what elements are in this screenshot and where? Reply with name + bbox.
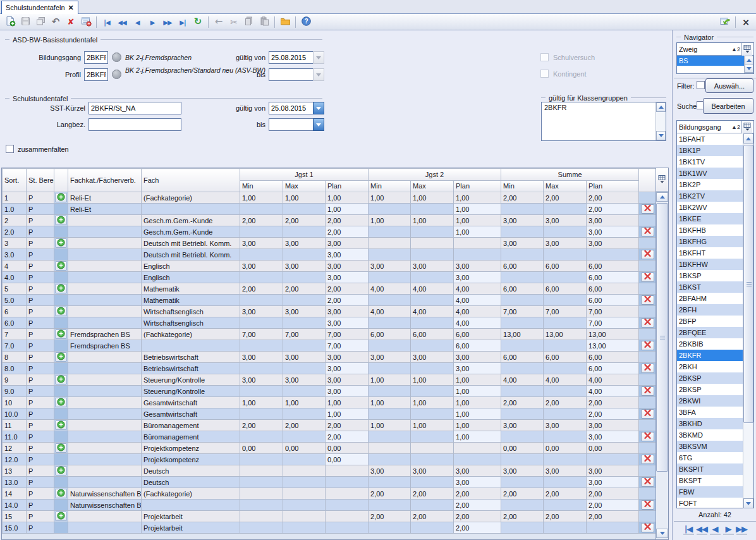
scroll-down-button[interactable]	[656, 131, 666, 140]
tab-close-icon[interactable]: ✕	[68, 4, 74, 12]
add-row-button[interactable]	[55, 420, 67, 430]
cell-value[interactable]	[369, 431, 411, 443]
delete-row-button[interactable]	[641, 295, 654, 305]
cell-value[interactable]: 2,00	[326, 431, 369, 443]
bildungsgang-item[interactable]: 1BK2P	[677, 179, 743, 190]
cell-fach[interactable]: Steuerung/Kontrolle	[142, 386, 240, 397]
cell-value[interactable]: 2,00	[240, 420, 283, 431]
cell-st-bereich[interactable]: P	[27, 488, 54, 500]
cell-value[interactable]: 3,00	[326, 272, 369, 283]
cell-value[interactable]: 1,00	[369, 192, 411, 204]
cell-value[interactable]: 3,00	[587, 420, 639, 431]
nav-next-button[interactable]: ▶	[145, 15, 159, 29]
cell-value[interactable]	[411, 340, 454, 352]
cell-value[interactable]	[544, 386, 587, 397]
bildungsgang-item[interactable]: 1BKEE	[677, 213, 743, 224]
klassengruppe-item[interactable]: 2BKFR	[542, 102, 655, 113]
cell-value[interactable]: 2,00	[411, 488, 454, 500]
cell-sort[interactable]: 13.0	[3, 477, 27, 488]
cell-fach[interactable]: Deutsch mit Betriebl. Komm.	[142, 249, 240, 261]
cell-value[interactable]: 6,00	[587, 283, 639, 295]
cell-value[interactable]: 1,00	[369, 374, 411, 386]
cell-value[interactable]: 1,00	[240, 397, 283, 408]
cell-value[interactable]: 3,00	[326, 238, 369, 249]
cell-value[interactable]	[283, 454, 326, 465]
cell-value[interactable]: 6,00	[587, 272, 639, 283]
cell-value[interactable]	[501, 204, 544, 215]
cell-value[interactable]	[326, 511, 369, 522]
cell-value[interactable]: 1,00	[326, 204, 369, 215]
cell-fach[interactable]: Projektkompetenz	[142, 454, 240, 465]
cell-value[interactable]: 3,00	[283, 306, 326, 317]
cell-value[interactable]	[283, 408, 326, 420]
bildungsgang-item[interactable]: 1BKFHW	[677, 259, 743, 270]
add-row-button[interactable]	[55, 284, 67, 293]
delete-row-button[interactable]	[641, 523, 654, 532]
cell-fach[interactable]: Gesch.m.Gem.-Kunde	[142, 215, 240, 226]
cell-sort[interactable]: 11	[3, 420, 27, 431]
bildungsgang-item[interactable]: 2BKBIB	[677, 338, 743, 350]
cell-value[interactable]	[411, 295, 454, 306]
bildungsgang-item[interactable]: 1BKFHG	[677, 236, 743, 247]
cell-value[interactable]: 3,00	[587, 238, 639, 249]
cell-st-bereich[interactable]: P	[27, 306, 54, 317]
cell-value[interactable]	[283, 488, 326, 500]
delete-row-button[interactable]	[641, 364, 654, 373]
bildungsgang-item[interactable]: BKSPT	[677, 475, 743, 486]
add-row-button[interactable]	[55, 512, 67, 521]
cell-value[interactable]: 2,00	[411, 511, 454, 522]
cell-value[interactable]: 2,00	[544, 511, 587, 522]
delete-row-button[interactable]	[641, 409, 654, 419]
cell-fach[interactable]: (Fachkategorie)	[142, 488, 240, 500]
cell-value[interactable]: 1,00	[283, 192, 326, 204]
cell-value[interactable]: 1,00	[454, 226, 501, 238]
scroll-down-button[interactable]	[656, 529, 668, 538]
form-config-button[interactable]	[79, 15, 93, 29]
delete-row-button[interactable]	[641, 500, 654, 510]
nav-first-button[interactable]: |◀	[100, 15, 114, 29]
cell-st-bereich[interactable]: P	[27, 363, 54, 374]
cell-fachkat[interactable]	[68, 511, 142, 522]
cell-value[interactable]: 4,00	[454, 306, 501, 317]
cell-value[interactable]	[544, 272, 587, 283]
cell-value[interactable]	[283, 204, 326, 215]
scroll-up-button[interactable]	[656, 102, 666, 112]
cell-sort[interactable]: 3.0	[3, 249, 27, 261]
cell-value[interactable]: 1,00	[283, 397, 326, 408]
cell-value[interactable]: 2,00	[587, 204, 639, 215]
cell-value[interactable]: 6,00	[544, 352, 587, 363]
cell-value[interactable]: 3,00	[283, 352, 326, 363]
zusammenfalten-checkbox[interactable]	[6, 145, 14, 153]
cell-value[interactable]: 1,00	[411, 420, 454, 431]
cell-value[interactable]	[283, 431, 326, 443]
delete-record-button[interactable]: ✘	[64, 15, 78, 29]
bildungsgang-item[interactable]: 3BKMD	[677, 429, 743, 441]
cell-fach[interactable]: Wirtschaftsenglisch	[142, 306, 240, 317]
cell-value[interactable]: 4,00	[454, 283, 501, 295]
scrollbar-thumb[interactable]	[656, 203, 668, 472]
detach-window-button[interactable]	[718, 15, 732, 29]
cell-value[interactable]	[501, 500, 544, 511]
info-icon[interactable]	[112, 52, 121, 62]
list-prev-button[interactable]: ◀	[710, 524, 721, 535]
cell-sort[interactable]: 12	[3, 443, 27, 454]
bildungsgang-item[interactable]: 1BFAHT	[677, 133, 743, 145]
scroll-down-button[interactable]	[745, 64, 753, 73]
cell-fachkat[interactable]	[68, 374, 142, 386]
cell-value[interactable]	[544, 249, 587, 261]
cell-value[interactable]	[369, 363, 411, 374]
cell-value[interactable]: 2,00	[283, 215, 326, 226]
list-fast-prev-button[interactable]: ◀◀	[697, 524, 707, 535]
delete-row-button[interactable]	[641, 386, 654, 396]
cell-value[interactable]	[454, 238, 501, 249]
cell-value[interactable]	[501, 272, 544, 283]
cell-value[interactable]: 3,00	[544, 420, 587, 431]
cell-value[interactable]: 6,00	[587, 363, 639, 374]
cell-value[interactable]	[544, 363, 587, 374]
cell-value[interactable]: 6,00	[587, 295, 639, 306]
cell-value[interactable]: 2,00	[454, 488, 501, 500]
cell-sort[interactable]: 2.0	[3, 226, 27, 238]
cell-st-bereich[interactable]: P	[27, 340, 54, 352]
cell-value[interactable]	[411, 363, 454, 374]
delete-row-button[interactable]	[641, 341, 654, 350]
